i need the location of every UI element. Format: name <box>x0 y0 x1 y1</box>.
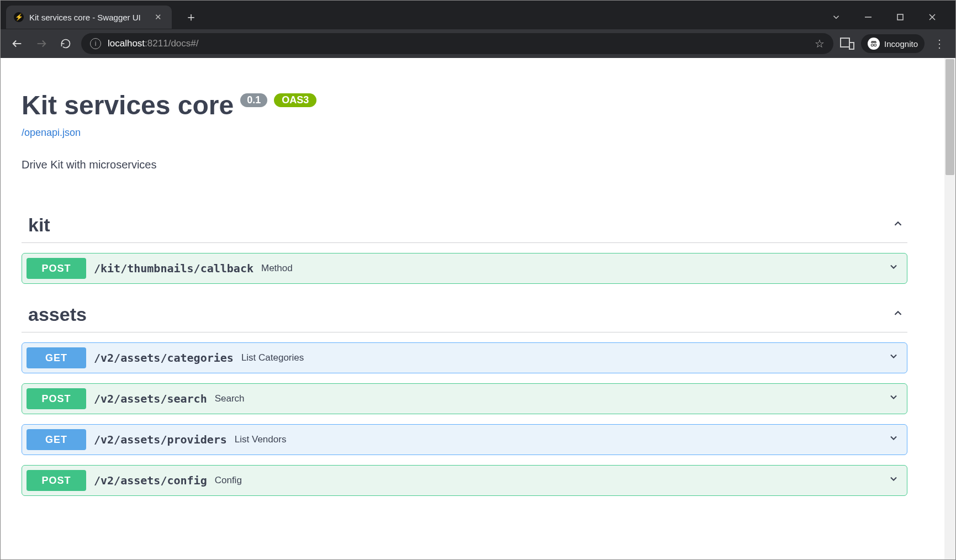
new-tab-button[interactable]: ＋ <box>182 8 200 27</box>
operation-summary: Method <box>261 263 293 274</box>
operation-path: /v2/assets/config <box>94 474 207 487</box>
api-title-row: Kit services core 0.1 OAS3 <box>22 90 907 120</box>
operation-path: /v2/assets/providers <box>94 433 227 446</box>
incognito-icon <box>868 38 880 50</box>
browser-tab[interactable]: ⚡ Kit services core - Swagger UI ✕ <box>6 6 172 29</box>
tab-strip: ⚡ Kit services core - Swagger UI ✕ ＋ <box>1 1 955 29</box>
tab-close-icon[interactable]: ✕ <box>152 11 164 23</box>
url-port: :8211 <box>145 38 168 49</box>
operation-summary: List Categories <box>241 352 304 363</box>
window-close-button[interactable] <box>919 7 946 27</box>
operation-row[interactable]: POST /v2/assets/search Search <box>22 383 907 414</box>
chevron-up-icon <box>892 307 904 323</box>
oas-badge: OAS3 <box>274 93 316 107</box>
nav-back-button[interactable] <box>8 35 26 52</box>
operation-path: /v2/assets/search <box>94 392 207 405</box>
http-method-badge: POST <box>27 388 86 409</box>
nav-reload-button[interactable] <box>57 35 75 52</box>
url-text: localhost:8211/docs#/ <box>108 38 808 49</box>
site-info-icon[interactable]: i <box>90 38 101 49</box>
url-path: /docs#/ <box>168 38 199 49</box>
api-title: Kit services core <box>22 90 234 120</box>
nav-forward-button[interactable] <box>33 35 50 52</box>
tab-search-icon[interactable] <box>823 7 849 27</box>
operation-summary: Search <box>215 393 245 404</box>
tag-section-kit: kit POST /kit/thumbnails/callback Method <box>22 214 907 284</box>
operation-row[interactable]: POST /v2/assets/config Config <box>22 465 907 496</box>
incognito-label: Incognito <box>884 39 918 49</box>
window-controls <box>823 7 950 27</box>
http-method-badge: GET <box>27 347 86 368</box>
http-method-badge: POST <box>27 258 86 279</box>
swagger-ui: Kit services core 0.1 OAS3 /openapi.json… <box>1 58 928 518</box>
svg-rect-1 <box>897 14 903 20</box>
bookmark-star-icon[interactable]: ☆ <box>815 37 825 50</box>
operation-row[interactable]: POST /kit/thumbnails/callback Method <box>22 253 907 284</box>
chevron-down-icon <box>888 261 899 276</box>
operations-list: POST /kit/thumbnails/callback Method <box>22 253 907 284</box>
tag-name: assets <box>28 304 87 325</box>
scrollbar-track[interactable] <box>944 58 955 559</box>
devices-icon[interactable] <box>840 38 854 50</box>
tag-name: kit <box>28 214 50 236</box>
chevron-down-icon <box>888 432 899 447</box>
operation-summary: Config <box>215 475 242 486</box>
http-method-badge: GET <box>27 429 86 450</box>
tab-title: Kit services core - Swagger UI <box>29 13 147 22</box>
tag-section-assets: assets GET /v2/assets/categories List Ca… <box>22 304 907 496</box>
http-method-badge: POST <box>27 470 86 491</box>
browser-chrome: ⚡ Kit services core - Swagger UI ✕ ＋ <box>1 1 955 58</box>
page-viewport: Kit services core 0.1 OAS3 /openapi.json… <box>1 58 955 559</box>
chevron-down-icon <box>888 351 899 365</box>
api-version-badge: 0.1 <box>240 93 267 107</box>
address-bar[interactable]: i localhost:8211/docs#/ ☆ <box>81 33 833 54</box>
browser-menu-button[interactable]: ⋮ <box>931 37 948 50</box>
api-description: Drive Kit with microservices <box>22 159 907 171</box>
url-host: localhost <box>108 38 145 49</box>
tag-header-kit[interactable]: kit <box>22 214 907 243</box>
svg-point-6 <box>871 44 873 46</box>
chevron-down-icon <box>888 473 899 488</box>
operation-row[interactable]: GET /v2/assets/providers List Vendors <box>22 424 907 455</box>
window-minimize-button[interactable] <box>855 7 881 27</box>
browser-toolbar: i localhost:8211/docs#/ ☆ Incognito ⋮ <box>1 29 955 58</box>
svg-point-7 <box>874 44 876 46</box>
tag-header-assets[interactable]: assets <box>22 304 907 332</box>
openapi-spec-link[interactable]: /openapi.json <box>22 127 81 139</box>
operation-path: /kit/thumbnails/callback <box>94 262 253 275</box>
incognito-indicator[interactable]: Incognito <box>861 34 925 53</box>
operation-row[interactable]: GET /v2/assets/categories List Categorie… <box>22 342 907 373</box>
scrollbar-thumb[interactable] <box>946 59 954 175</box>
tab-favicon-icon: ⚡ <box>14 12 24 22</box>
operation-path: /v2/assets/categories <box>94 351 234 364</box>
chevron-down-icon <box>888 392 899 406</box>
operation-summary: List Vendors <box>235 434 287 445</box>
window-maximize-button[interactable] <box>887 7 913 27</box>
operations-list: GET /v2/assets/categories List Categorie… <box>22 342 907 496</box>
chevron-up-icon <box>892 218 904 233</box>
